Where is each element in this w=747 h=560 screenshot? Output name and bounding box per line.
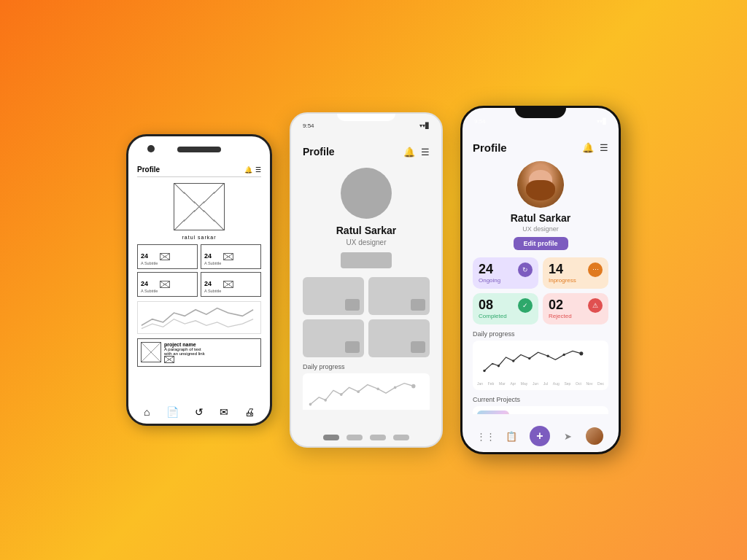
phone2-nav-dot-1[interactable] — [323, 435, 339, 440]
nav-print-icon[interactable]: 🖨 — [244, 406, 255, 418]
phone2-role: UX designer — [303, 238, 430, 246]
nav-home-icon[interactable]: ⌂ — [144, 406, 150, 418]
rejected-label: Rejected — [549, 313, 603, 319]
phone1-speaker — [177, 147, 221, 152]
phone2-menu-icon[interactable]: ☰ — [421, 147, 430, 158]
phones-container: Profile 🔔 ☰ ratul sarkar 24 A Subtitle — [112, 91, 635, 469]
phone3-project-card[interactable]: 🛍 Ecommerce app Lorem ipsum dolor sit am… — [473, 406, 608, 414]
stat-card-3: 24 A Subtitle — [137, 272, 198, 297]
phone2-nav-dot-2[interactable] — [347, 435, 363, 440]
svg-point-10 — [512, 359, 514, 362]
phone3-nav-grid-icon[interactable]: ⋮⋮ — [478, 428, 494, 444]
completed-label: Completed — [479, 313, 533, 319]
ongoing-label: Ongoing — [479, 277, 533, 284]
month-jan: Jan — [477, 381, 483, 386]
stat2-num: 24 — [204, 252, 212, 260]
phone3-nav-send-icon[interactable]: ➤ — [560, 428, 576, 444]
phone2-signal-icons: ▾▾▊ — [419, 122, 430, 129]
phone1-header: Profile 🔔 ☰ — [137, 166, 261, 177]
phone2-edit-btn[interactable] — [341, 252, 392, 268]
phone1-bottom-nav: ⌂ 📄 ↺ ✉ 🖨 — [128, 406, 270, 418]
phone2-content: Profile 🔔 ☰ Ratul Sarkar UX designer — [303, 146, 430, 410]
month-mar: Mar — [499, 381, 506, 386]
phone2-nav-dot-4[interactable] — [393, 435, 409, 440]
svg-point-3 — [340, 393, 343, 396]
phone1-project-img — [141, 342, 161, 362]
menu-icon: ☰ — [255, 166, 261, 174]
phone3-bottom-nav: ⋮⋮ 📋 + ➤ — [462, 426, 619, 446]
phone1-chart — [137, 301, 261, 334]
phone3-time: 9:54 — [474, 118, 486, 125]
avatar-image — [517, 161, 564, 208]
phone2-stat-card-1 — [303, 277, 364, 315]
phone2-card-inner-4 — [411, 341, 425, 353]
phone3-power-btn — [619, 174, 621, 207]
phone1-name: ratul sarkar — [137, 235, 261, 240]
phone3-chart-months: Jan Feb Mar Apr May Jun Jul Aug Sep Oct … — [477, 381, 604, 386]
stat3-sub: A Subtitle — [141, 289, 158, 293]
phone2-header-icons: 🔔 ☰ — [403, 147, 430, 158]
month-may: May — [521, 381, 527, 386]
phone2-card-inner-3 — [345, 341, 360, 353]
month-dec: Dec — [597, 381, 604, 386]
stat1-sub: A Subtitle — [141, 261, 158, 265]
svg-point-8 — [483, 370, 485, 372]
phone2-card-inner-2 — [411, 299, 425, 311]
phone2-avatar — [341, 168, 392, 219]
phone1-camera — [147, 145, 155, 152]
stat-card-1: 24 A Subtitle — [137, 244, 198, 269]
phone2-bell-icon[interactable]: 🔔 — [403, 147, 415, 158]
phone2-notch — [337, 114, 395, 121]
month-sep: Sep — [564, 381, 570, 386]
phone2-chart — [303, 373, 430, 410]
phone3-edit-button[interactable]: Edit profile — [514, 237, 568, 250]
phone3-project-section: Current Projects 🛍 Ecommerce app Lorem i… — [473, 396, 608, 414]
phone2-stats-grid — [303, 277, 430, 357]
phone2-stat-card-4 — [368, 319, 430, 357]
svg-point-6 — [394, 386, 397, 389]
stat3-icon — [160, 281, 170, 288]
phone3-nav-doc-icon[interactable]: 📋 — [503, 428, 519, 444]
phone3-notch — [515, 108, 566, 118]
phone2-nav-dot-3[interactable] — [370, 435, 386, 440]
stat-inprogress: ⋯ 14 Inprogress — [543, 257, 608, 289]
phone2-chart-section: Daily progress — [303, 363, 430, 410]
rejected-icon: ⚠ — [588, 298, 603, 313]
phone3-title: Profile — [473, 141, 507, 154]
phone3-menu-icon[interactable]: ☰ — [600, 142, 608, 153]
stat-ongoing: ↻ 24 Ongoing — [473, 257, 538, 289]
phone3-header-icons: 🔔 ☰ — [582, 142, 608, 153]
stat1-num: 24 — [141, 252, 148, 260]
phone1-header-icons: 🔔 ☰ — [244, 166, 261, 174]
phone2-stat-card-3 — [303, 319, 364, 357]
svg-point-5 — [376, 387, 379, 390]
phone3-header: Profile 🔔 ☰ — [473, 141, 608, 154]
phone2-header: Profile 🔔 ☰ — [303, 146, 430, 158]
stat2-icon — [223, 253, 233, 260]
svg-point-1 — [309, 403, 312, 406]
phone1-stats-grid: 24 A Subtitle 24 A Subtitle 24 A Subti — [137, 244, 261, 297]
phone1-project-card: project name A paragraph of text with an… — [137, 338, 261, 367]
month-jun: Jun — [533, 381, 538, 386]
phone3-role: UX designer — [522, 225, 559, 233]
nav-msg-icon[interactable]: ✉ — [220, 406, 228, 418]
svg-point-11 — [528, 357, 530, 359]
phone2-status-bar: 9:54 ▾▾▊ — [303, 122, 430, 129]
inprogress-icon: ⋯ — [588, 262, 603, 277]
completed-icon: ✓ — [518, 298, 533, 313]
phone3-nav-avatar[interactable] — [586, 427, 603, 445]
phone3-project-thumb: 🛍 — [477, 411, 509, 414]
bell-icon: 🔔 — [244, 166, 252, 174]
phone3-chart-section: Daily progress Jan Feb — [473, 330, 608, 390]
month-apr: Apr — [510, 381, 516, 386]
phone3-bell-icon[interactable]: 🔔 — [582, 142, 594, 153]
nav-refresh-icon[interactable]: ↺ — [195, 406, 204, 418]
stat1-icon — [160, 253, 170, 260]
phone1-project-name: project name — [164, 342, 205, 347]
nav-doc-icon[interactable]: 📄 — [166, 406, 179, 418]
phone3-status-bar: 9:54 ▾▾▊ — [474, 118, 607, 125]
phone3-nav-add-button[interactable]: + — [530, 426, 550, 446]
stat-rejected: ⚠ 02 Rejected — [543, 293, 608, 324]
svg-point-0 — [411, 384, 415, 389]
phone1-project-icon-small — [164, 356, 174, 363]
